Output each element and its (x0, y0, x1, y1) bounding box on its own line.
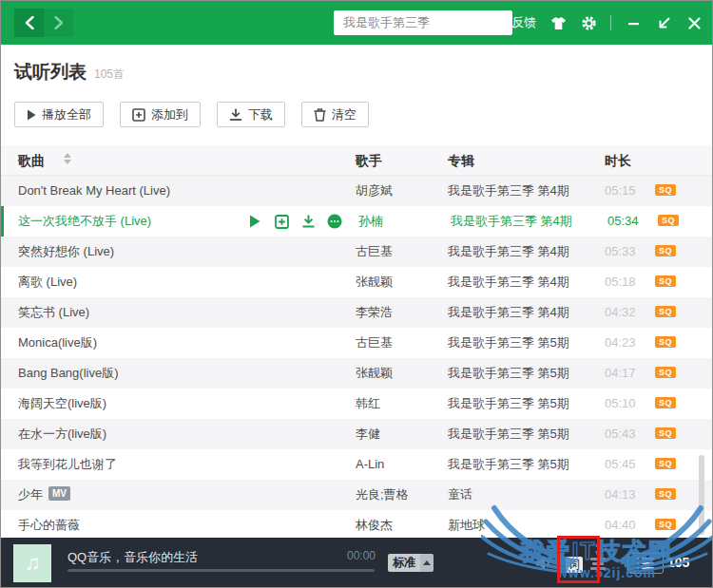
sq-quality-badge: SQ (655, 397, 676, 408)
row-add-to-icon[interactable] (273, 213, 290, 230)
search-box (334, 10, 512, 35)
song-artist[interactable]: 孙楠 (358, 206, 383, 237)
qq-music-window: 反馈 试听列表 105首 播放全部 (0, 0, 713, 588)
playlist-button[interactable] (627, 553, 664, 574)
row-download-icon[interactable] (299, 213, 317, 230)
add-to-icon (132, 108, 145, 122)
playback-time: 00:00 (336, 549, 376, 562)
mini-mode-icon[interactable] (655, 14, 672, 31)
song-title: Don't Break My Heart (Live) (18, 183, 170, 198)
close-icon[interactable] (685, 14, 703, 31)
table-row[interactable]: Don't Break My Heart (Live) 胡彦斌 我是歌手第三季 … (1, 176, 713, 206)
table-row[interactable]: 在水一方(live版) 李健 我是歌手第三季 第5期 05:43 SQ (1, 419, 713, 449)
feedback-link[interactable]: 反馈 (511, 14, 536, 31)
table-row[interactable]: 这一次我绝不放手 (Live) 孙楠 我是歌手第三季 第4期 05:34 SQ (1, 206, 713, 237)
song-album[interactable]: 我是歌手第三季 第5期 (448, 389, 569, 419)
song-album[interactable]: 新地球 (448, 510, 485, 541)
title-bar: 反馈 (1, 1, 712, 45)
mv-badge[interactable]: MV (48, 486, 70, 501)
song-artist[interactable]: 李健 (356, 419, 380, 449)
song-artist[interactable]: 胡彦斌 (356, 176, 393, 206)
column-album: 专辑 (448, 145, 474, 176)
play-all-label: 播放全部 (42, 106, 91, 123)
song-album[interactable]: 我是歌手第三季 第5期 (448, 419, 569, 449)
song-title: 这一次我绝不放手 (Live) (18, 214, 151, 228)
table-row[interactable]: Bang Bang(live版) 张靓颖 我是歌手第三季 第5期 04:17 S… (1, 358, 713, 389)
song-duration: 05:45 (605, 449, 636, 480)
table-row[interactable]: 手心的蔷薇 林俊杰 新地球 04:40 SQ (1, 510, 713, 541)
lyrics-toggle-button[interactable]: 词 (566, 557, 583, 573)
sort-toggle[interactable] (64, 153, 71, 164)
quality-selector[interactable]: 标准 (388, 554, 434, 572)
sort-asc-icon (64, 153, 71, 158)
volume-icon[interactable] (534, 556, 553, 571)
table-row[interactable]: Monica(live版) 古巨基 我是歌手第三季 第5期 04:23 SQ (1, 328, 713, 358)
equalizer-icon[interactable] (590, 558, 606, 570)
table-row[interactable]: 离歌 (Live) 张靓颖 我是歌手第三季 第4期 05:18 SQ (1, 267, 713, 297)
table-row[interactable]: 突然好想你 (Live) 古巨基 我是歌手第三季 第4期 05:33 SQ (1, 237, 713, 267)
song-artist[interactable]: 韩红 (356, 389, 380, 419)
song-album[interactable]: 我是歌手第三季 第5期 (448, 449, 569, 480)
song-album[interactable]: 我是歌手第三季 第4期 (448, 237, 569, 267)
song-title: 在水一方(live版) (18, 427, 106, 441)
minimize-icon[interactable] (625, 14, 642, 31)
song-artist[interactable]: 林俊杰 (356, 510, 393, 541)
song-title: Monica(live版) (18, 335, 97, 350)
table-row[interactable]: 海阔天空(live版) 韩红 我是歌手第三季 第5期 05:10 SQ (1, 389, 713, 419)
clear-label: 清空 (332, 106, 356, 123)
song-artist[interactable]: A-Lin (356, 449, 384, 480)
playlist-icon (636, 557, 655, 570)
table-row[interactable]: 我等到花儿也谢了 A-Lin 我是歌手第三季 第5期 05:45 SQ (1, 449, 713, 480)
vertical-scrollbar[interactable] (699, 455, 704, 535)
song-duration: 04:17 (605, 358, 636, 389)
forward-button[interactable] (44, 9, 73, 37)
table-header: 歌曲 歌手 专辑 时长 (1, 145, 713, 176)
sq-quality-badge: SQ (658, 215, 679, 226)
clear-button[interactable]: 清空 (301, 102, 369, 127)
playlist-count: 105 (667, 555, 689, 570)
page-title: 试听列表 (14, 60, 87, 85)
song-artist[interactable]: 古巨基 (356, 237, 393, 267)
add-to-button[interactable]: 添加到 (120, 102, 201, 127)
song-duration: 05:34 (607, 206, 639, 237)
song-album[interactable]: 我是歌手第三季 第4期 (448, 267, 569, 297)
album-art-placeholder[interactable]: ♫ (13, 544, 51, 582)
song-album[interactable]: 我是歌手第三季 第4期 (448, 176, 569, 206)
sq-quality-badge: SQ (655, 245, 676, 256)
table-row[interactable]: 少年MV 光良;曹格 童话 04:13 SQ (1, 480, 713, 510)
chevron-right-icon (53, 16, 65, 29)
download-button[interactable]: 下载 (217, 102, 285, 127)
sq-quality-badge: SQ (655, 427, 676, 439)
song-album[interactable]: 我是歌手第三季 第4期 (451, 206, 572, 237)
song-artist[interactable]: 张靓颖 (356, 267, 393, 297)
song-artist[interactable]: 古巨基 (356, 328, 393, 358)
song-album[interactable]: 童话 (448, 480, 472, 510)
sq-quality-badge: SQ (655, 519, 676, 530)
sort-desc-icon (64, 160, 71, 164)
column-duration: 时长 (605, 145, 631, 176)
sq-quality-badge: SQ (655, 458, 676, 469)
download-label: 下载 (248, 106, 273, 123)
music-note-icon: ♫ (25, 551, 41, 576)
skin-icon[interactable] (549, 14, 567, 31)
song-album[interactable]: 我是歌手第三季 第5期 (448, 358, 569, 389)
progress-bar[interactable] (67, 569, 375, 572)
play-all-button[interactable]: 播放全部 (14, 102, 104, 127)
song-artist[interactable]: 李荣浩 (356, 297, 393, 328)
back-button[interactable] (14, 9, 44, 37)
row-hover-actions (246, 213, 343, 230)
table-row[interactable]: 笑忘书 (Live) 李荣浩 我是歌手第三季 第4期 04:32 SQ (1, 297, 713, 328)
song-album[interactable]: 我是歌手第三季 第4期 (448, 297, 569, 328)
settings-gear-icon[interactable] (580, 14, 597, 31)
column-artist: 歌手 (356, 145, 382, 176)
play-icon (27, 109, 36, 121)
row-more-icon[interactable] (326, 213, 343, 230)
search-input[interactable] (334, 16, 516, 30)
titlebar-divider (610, 15, 611, 30)
song-artist[interactable]: 张靓颖 (356, 358, 393, 389)
song-artist[interactable]: 光良;曹格 (356, 480, 409, 510)
quality-arrow-icon (420, 554, 434, 572)
song-album[interactable]: 我是歌手第三季 第5期 (448, 328, 569, 358)
row-play-icon[interactable] (246, 213, 263, 230)
download-icon (229, 108, 242, 121)
